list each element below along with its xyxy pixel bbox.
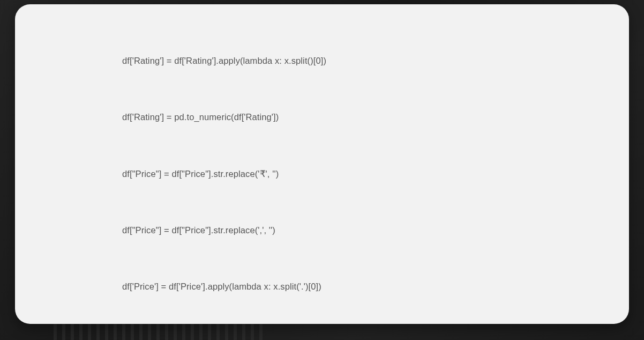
code-line: df["Price"] = df["Price"].str.replace('₹… bbox=[122, 168, 535, 180]
code-card: df['Rating'] = df['Rating'].apply(lambda… bbox=[15, 4, 629, 324]
code-block: df['Rating'] = df['Rating'].apply(lambda… bbox=[122, 30, 535, 340]
code-line: df["Price"] = df["Price"].str.replace(',… bbox=[122, 224, 535, 236]
code-line: df['Price'] = df['Price'].apply(lambda x… bbox=[122, 280, 535, 293]
code-line: df['Price'] = df['Price'].astype(int) bbox=[122, 337, 535, 340]
code-line: df['Rating'] = pd.to_numeric(df['Rating'… bbox=[122, 111, 535, 123]
code-line: df['Rating'] = df['Rating'].apply(lambda… bbox=[122, 55, 535, 67]
